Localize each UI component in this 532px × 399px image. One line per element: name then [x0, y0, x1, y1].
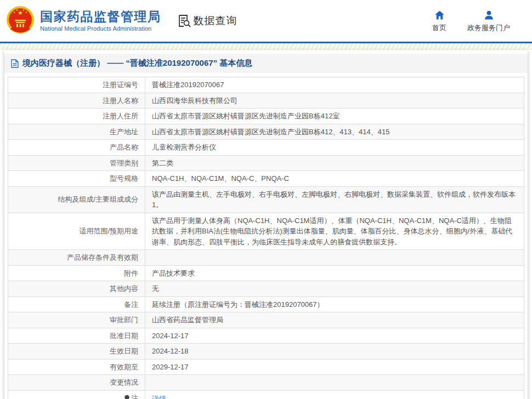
field-value: [145, 375, 524, 391]
table-row: 结构及组成/主要组成成分 该产品由测量主机、左手电极对、右手电极对、左脚电极对、…: [8, 186, 524, 213]
field-label: 注册人名称: [8, 93, 145, 109]
national-emblem-icon: ★ ★ ★ ★ ★: [5, 5, 35, 36]
field-label: 备注: [8, 297, 145, 312]
field-label: 其他内容: [8, 281, 145, 297]
field-label: 管理类别: [8, 155, 145, 171]
table-row: 注册证编号 晋械注准20192070067: [8, 77, 524, 93]
field-label: 结构及组成/主要组成成分: [8, 186, 145, 213]
field-value: 该产品由测量主机、左手电极对、右手电极对、左脚电极对、右脚电极对、数据采集装置、…: [145, 186, 524, 213]
field-value: NQA-C1H、NQA-C1M、NQA-C、PNQA-C: [145, 171, 524, 187]
field-value: 山西四海华辰科技有限公司: [145, 93, 524, 109]
field-label-text: 注: [131, 394, 138, 399]
table-row: 产品储存条件及有效期: [8, 250, 524, 266]
content-container: 境内医疗器械（注册） —— “晋械注准20192070067” 基本信息 注册证…: [4, 50, 528, 399]
field-value: 山西省药品监督管理局: [145, 312, 524, 328]
document-icon: [11, 59, 19, 68]
table-row: 附件 产品技术要求: [8, 265, 524, 281]
field-label: 变更情况: [8, 375, 145, 391]
hatched-divider: [0, 43, 532, 50]
field-label: 产品储存条件及有效期: [8, 250, 145, 266]
table-row: 注册人住所 山西省太原市晋源区姚村镇晋源区先进制造产业园B栋412室: [8, 109, 524, 124]
site-logo: ★ ★ ★ ★ ★ 国家药品监督管理局 National Medical Pro…: [5, 5, 161, 36]
field-label: 注册证编号: [8, 77, 145, 93]
table-row: 适用范围/预期用途 该产品用于测量人体身高（NQA-C1H、NQA-C1M适用）…: [8, 213, 524, 250]
field-value: 第二类: [145, 155, 524, 171]
table-row: 有效期至 2029-12-17: [8, 359, 524, 375]
table-row: 其他内容 无: [8, 281, 524, 297]
breadcrumb: 境内医疗器械（注册） —— “晋械注准20192070067” 基本信息: [4, 54, 528, 73]
table-row: 产品名称 儿童检测营养分析仪: [8, 140, 524, 156]
svg-text:★: ★: [16, 8, 19, 12]
field-value: 详情: [145, 390, 524, 399]
note-pin-icon: [124, 394, 130, 399]
field-value: 山西省太原市晋源区姚村镇晋源区先进制造产业园B栋412、413、414、415: [145, 124, 524, 140]
field-value: 2024-12-18: [145, 344, 524, 360]
table-row: 变更情况: [8, 375, 524, 391]
home-icon: [434, 9, 445, 21]
table-row: 生产地址 山西省太原市晋源区姚村镇晋源区先进制造产业园B栋412、413、414…: [8, 124, 524, 140]
field-label: 注: [8, 390, 145, 399]
field-value: [145, 250, 524, 266]
table-row: 型号规格 NQA-C1H、NQA-C1M、NQA-C、PNQA-C: [8, 171, 524, 187]
nav-item-label: 政务服务门户: [467, 23, 510, 33]
field-value: 儿童检测营养分析仪: [145, 140, 524, 156]
field-label: 注册人住所: [8, 109, 145, 124]
field-label: 型号规格: [8, 171, 145, 187]
field-label: 附件: [8, 265, 145, 281]
field-label: 审批部门: [8, 312, 145, 328]
field-value: 2024-12-17: [145, 328, 524, 344]
registration-info-table: 注册证编号 晋械注准20192070067 注册人名称 山西四海华辰科技有限公司…: [8, 77, 524, 399]
field-label: 批准日期: [8, 328, 145, 344]
table-row-note: 注 详情: [8, 390, 524, 399]
field-label: 生效日期: [8, 344, 145, 360]
data-query-link[interactable]: 数据查询: [177, 14, 237, 29]
svg-text:★: ★: [25, 10, 28, 14]
field-value: 无: [145, 281, 524, 297]
field-value: 晋械注准20192070067: [145, 77, 524, 93]
field-value: 该产品用于测量人体身高（NQA-C1H、NQA-C1M适用）、体重（NQA-C1…: [145, 213, 524, 250]
field-label: 有效期至: [8, 359, 145, 375]
table-row: 管理类别 第二类: [8, 155, 524, 171]
detail-link[interactable]: 详情: [152, 395, 166, 399]
table-row: 审批部门 山西省药品监督管理局: [8, 312, 524, 328]
field-label: 产品名称: [8, 140, 145, 156]
table-row: 生效日期 2024-12-18: [8, 344, 524, 360]
site-title: 国家药品监督管理局: [40, 10, 161, 24]
field-value: 2029-12-17: [145, 359, 524, 375]
table-row: 注册人名称 山西四海华辰科技有限公司: [8, 93, 524, 109]
site-title-block: 国家药品监督管理局 National Medical Products Admi…: [40, 10, 161, 32]
field-label: 生产地址: [8, 124, 145, 140]
page-title: 境内医疗器械（注册） —— “晋械注准20192070067” 基本信息: [22, 58, 252, 69]
nav-item-portal[interactable]: 政务服务门户: [467, 9, 510, 33]
site-subtitle: National Medical Products Administration: [40, 25, 161, 32]
field-value: 山西省太原市晋源区姚村镇晋源区先进制造产业园B栋412室: [145, 109, 524, 124]
field-value: 产品技术要求: [145, 265, 524, 281]
top-nav: 首页 政务服务门户: [432, 9, 510, 33]
field-value: 延续注册（原注册证编号为：晋械注准20192070067）: [145, 297, 524, 312]
data-query-icon: [177, 14, 191, 29]
user-icon: [483, 9, 495, 21]
table-row: 批准日期 2024-12-17: [8, 328, 524, 344]
nav-item-home[interactable]: 首页: [432, 9, 446, 33]
field-label: 适用范围/预期用途: [8, 213, 145, 250]
table-row: 备注 延续注册（原注册证编号为：晋械注准20192070067）: [8, 297, 524, 312]
nav-item-label: 首页: [432, 23, 446, 33]
data-query-label: 数据查询: [194, 14, 237, 28]
site-header: ★ ★ ★ ★ ★ 国家药品监督管理局 National Medical Pro…: [0, 0, 532, 42]
